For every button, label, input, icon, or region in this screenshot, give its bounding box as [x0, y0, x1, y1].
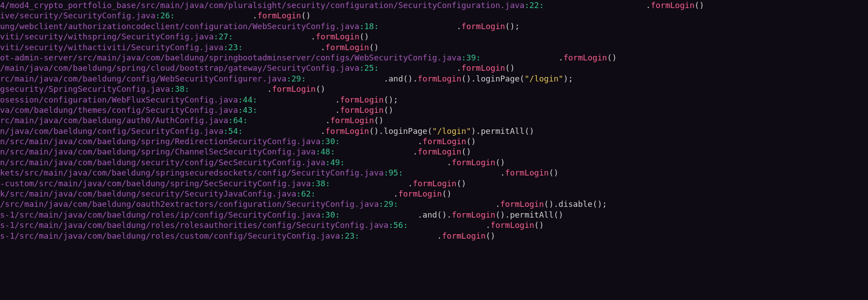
separator: :: [340, 231, 345, 240]
separator: :: [224, 43, 229, 52]
whitespace: [175, 11, 252, 20]
separator: :: [320, 137, 325, 146]
separator: :: [539, 0, 544, 10]
whitespace: [408, 220, 485, 230]
dot-operator: .: [418, 137, 423, 146]
code-text: (): [301, 11, 311, 20]
whitespace: [306, 74, 384, 83]
separator: :: [238, 105, 243, 115]
grep-result-line: s-1/src/main/java/com/baeldung/roles/cus…: [0, 231, 868, 241]
code-text: ().permitAll(): [495, 210, 563, 219]
match-highlight: formLogin: [340, 95, 384, 104]
whitespace: [359, 231, 437, 240]
dot-operator: .: [646, 0, 651, 10]
match-highlight: formLogin: [325, 126, 369, 136]
separator: :: [315, 147, 320, 156]
grep-result-line: viti/security/withactiviti/SecurityConfi…: [0, 42, 868, 52]
separator: :: [170, 11, 175, 20]
grep-result-line: k/src/main/java/com/baeldung/security/Se…: [0, 189, 868, 199]
grep-result-line: s-1/src/main/java/com/baeldung/roles/rol…: [0, 220, 868, 230]
file-path: n/src/main/java/com/baeldung/spring/Chan…: [0, 147, 315, 156]
file-path: 4/mod4_crypto_portfolio_base/src/main/ja…: [0, 0, 524, 10]
file-path: osession/configuration/WebFluxSecurityCo…: [0, 95, 238, 104]
line-number: 44: [243, 95, 253, 104]
match-highlight: formLogin: [462, 63, 505, 73]
separator: :: [379, 199, 384, 209]
dot-operator: .: [335, 95, 340, 104]
grep-result-line: va/com/baeldung/themes/config/SecurityCo…: [0, 105, 868, 115]
code-text: ();: [384, 95, 398, 104]
line-number: 39: [466, 53, 476, 62]
code-text: (): [369, 43, 379, 52]
code-text: ().disable();: [544, 199, 607, 209]
whitespace: [190, 84, 267, 94]
separator: :: [340, 158, 345, 167]
grep-result-line: ive/security/SecurityConfig.java:26: .fo…: [0, 10, 868, 21]
match-highlight: formLogin: [315, 32, 359, 41]
file-path: viti/security/withactiviti/SecurityConfi…: [0, 43, 224, 52]
string-literal: "/login": [432, 126, 471, 136]
line-number: 29: [291, 74, 301, 83]
match-highlight: formLogin: [272, 84, 316, 94]
file-path: -custom/src/main/java/com/baeldung/sprin…: [0, 179, 311, 188]
file-path: ot-admin-server/src/main/java/com/baeldu…: [0, 53, 462, 62]
separator: :: [325, 179, 330, 188]
grep-result-line: n/src/main/java/com/baeldung/spring/Chan…: [0, 146, 868, 157]
line-number: 23: [345, 231, 354, 240]
match-highlight: formLogin: [418, 74, 462, 83]
separator: :: [238, 43, 243, 52]
file-path: n/java/com/baeldung/config/SecurityConfi…: [0, 126, 224, 136]
dot-operator: .: [500, 168, 505, 177]
whitespace: [243, 126, 320, 136]
separator: :: [185, 84, 190, 94]
separator: :: [243, 116, 248, 125]
code-text: (): [466, 137, 476, 146]
match-highlight: formLogin: [452, 158, 496, 167]
line-number: 27: [219, 32, 229, 41]
whitespace: [481, 53, 558, 62]
file-path: rc/main/java/com/baeldung/auth0/AuthConf…: [0, 116, 228, 125]
separator: :: [524, 0, 529, 10]
separator: :: [224, 126, 229, 136]
file-path: gsecurity/SpringSecurityConfig.java: [0, 84, 170, 94]
file-path: va/com/baeldung/themes/config/SecurityCo…: [0, 105, 238, 115]
code-text: (): [442, 189, 452, 198]
separator: :: [228, 116, 233, 125]
separator: :: [301, 74, 306, 83]
file-path: k/src/main/java/com/baeldung/security/Se…: [0, 189, 296, 198]
line-number: 56: [393, 220, 403, 230]
match-highlight: formLogin: [418, 147, 462, 156]
separator: :: [170, 84, 175, 94]
separator: :: [155, 11, 160, 20]
dot-operator: .: [408, 179, 413, 188]
grep-result-line: ot-admin-server/src/main/java/com/baeldu…: [0, 52, 868, 63]
line-number: 30: [325, 210, 335, 219]
separator: :: [296, 189, 301, 198]
grep-result-line: /main/java/com/baeldung/spring/cloud/boo…: [0, 63, 868, 73]
separator: :: [403, 220, 408, 230]
string-literal: "/login": [524, 74, 563, 83]
code-text: (): [374, 116, 384, 125]
code-text: (): [359, 32, 369, 41]
file-path: ive/security/SecurityConfig.java: [0, 11, 155, 20]
whitespace: [335, 147, 413, 156]
separator: :: [335, 210, 340, 219]
line-number: 23: [228, 43, 238, 52]
file-path: s-1/src/main/java/com/baeldung/roles/cus…: [0, 231, 340, 240]
whitespace: [379, 63, 456, 73]
match-highlight: formLogin: [257, 11, 301, 20]
separator: :: [389, 220, 393, 230]
code-text: (): [549, 168, 559, 177]
code-text: (): [457, 179, 466, 188]
match-highlight: formLogin: [563, 53, 607, 62]
line-number: 18: [364, 21, 374, 31]
whitespace: [398, 199, 496, 209]
file-path: /src/main/java/com/baeldung/oauth2extrac…: [0, 199, 379, 209]
separator: :: [253, 105, 258, 115]
file-path: kets/src/main/java/com/baeldung/springse…: [0, 168, 384, 177]
line-number: 43: [243, 105, 253, 115]
whitespace: [403, 168, 501, 177]
dot-operator: .: [457, 63, 462, 73]
code-text: (): [505, 63, 515, 73]
code-text: .and().: [418, 210, 452, 219]
